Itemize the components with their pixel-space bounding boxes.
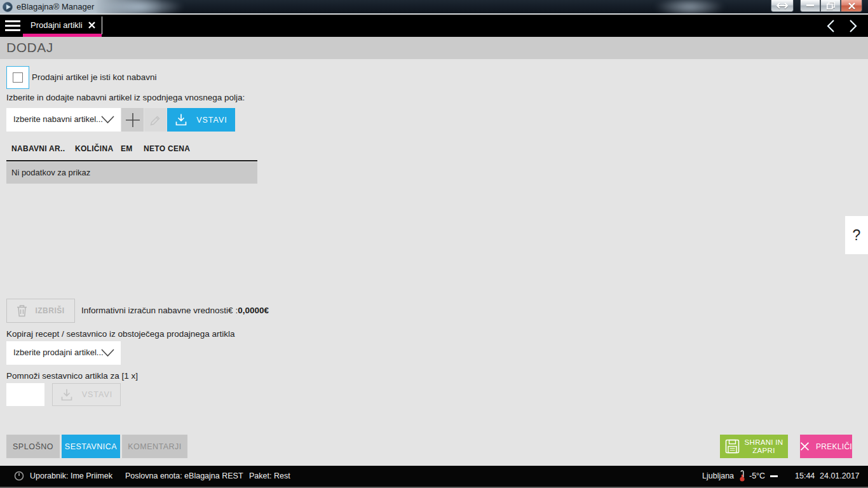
delete-button-label: IZBRIŠI [35, 306, 64, 315]
insert-button-label: VSTAVI [196, 116, 227, 125]
window-restore-button[interactable] [820, 0, 841, 12]
status-business-unit: Poslovna enota: eBlagajna REST [125, 471, 243, 480]
insert-button-label: VSTAVI [82, 390, 113, 399]
column-header-nabavni[interactable]: NABAVNI AR.. [11, 144, 65, 153]
app-logo-icon [3, 2, 13, 12]
column-header-em[interactable]: EM [121, 144, 133, 153]
tab-splosno[interactable]: SPLOŠNO [6, 435, 60, 458]
save-button-label: SHRANI INZAPRI [745, 438, 783, 455]
main-content: Prodajni artikel je isti kot nabavni Izb… [0, 59, 868, 466]
checkbox-label: Prodajni artikel je isti kot nabavni [32, 72, 157, 82]
status-user: Uporabnik: Ime Priimek [30, 471, 112, 480]
app-window: eBlagajna® Manager Pr [0, 0, 868, 488]
informative-calc-label: Informativni izračun nabavne vrednosti€ … [81, 306, 238, 315]
trash-icon [17, 304, 27, 317]
menu-icon[interactable] [5, 20, 20, 31]
plus-icon [125, 112, 140, 128]
checkbox-box [13, 72, 23, 83]
same-as-purchase-checkbox[interactable] [6, 66, 29, 89]
insert-button[interactable]: VSTAVI [167, 108, 235, 132]
power-icon[interactable] [14, 471, 24, 481]
select-placeholder: Izberite prodajni artikel... [13, 348, 104, 357]
save-icon [725, 439, 740, 454]
window-minimize-button[interactable] [800, 0, 820, 12]
sales-article-select[interactable]: Izberite prodajni artikel... [6, 341, 121, 365]
column-header-kolicina[interactable]: KOLIČINA [75, 144, 113, 153]
download-icon [175, 114, 187, 126]
status-date: 24.01.2017 [820, 471, 860, 480]
download-icon [60, 389, 73, 401]
table-empty-row: Ni podatkov za prikaz [6, 162, 257, 184]
close-icon [848, 3, 855, 10]
purchase-picker-hint: Izberite in dodajte nabavni artikel iz s… [6, 93, 245, 102]
chevron-down-icon [101, 116, 114, 124]
status-city: Ljubljana [702, 471, 734, 480]
table-header-divider [6, 160, 257, 161]
titlebar-blur-reflection [95, 0, 184, 14]
restore-icon [827, 2, 835, 10]
insert-multiplied-button[interactable]: VSTAVI [52, 383, 121, 406]
cancel-button-label: PREKLIČI [816, 442, 852, 451]
window-resize-button[interactable] [771, 0, 794, 12]
multiplier-input[interactable] [6, 383, 44, 406]
help-button[interactable]: ? [845, 216, 868, 254]
select-placeholder: Izberite nabavni artikel... [13, 114, 103, 124]
edit-article-button[interactable] [144, 108, 166, 132]
copy-recipe-hint: Kopiraj recept / sestavnico iz obstoječe… [6, 329, 234, 339]
status-bar: Uporabnik: Ime Priimek Poslovna enota: e… [0, 466, 868, 487]
status-package: Paket: Rest [249, 471, 290, 480]
page-title: DODAJ [6, 40, 53, 55]
delete-button[interactable]: IZBRIŠI [6, 299, 75, 323]
question-mark-icon: ? [853, 227, 861, 244]
cancel-button[interactable]: PREKLIČI [800, 435, 852, 458]
tab-close-icon[interactable] [88, 20, 97, 29]
informative-calc-line: Informativni izračun nabavne vrednosti€ … [81, 306, 269, 315]
status-time: 15:44 [795, 471, 815, 480]
purchase-article-select[interactable]: Izberite nabavni artikel... [6, 108, 121, 132]
column-header-neto-cena[interactable]: NETO CENA [144, 144, 190, 153]
table-empty-text: Ni podatkov za prikaz [11, 168, 90, 177]
status-temperature: -5°C [749, 471, 765, 480]
add-article-button[interactable] [121, 108, 144, 132]
multiply-label: Pomnoži sestavnico artikla za [1 x] [6, 371, 138, 381]
pencil-icon [149, 114, 162, 126]
tab-label: Prodajni artikli [31, 20, 83, 30]
resize-arrows-icon [776, 3, 788, 9]
tab-komentarji[interactable]: KOMENTARJI [122, 435, 187, 458]
chevron-right-icon[interactable] [849, 19, 863, 33]
thermometer-icon [739, 470, 745, 482]
chevron-left-icon[interactable] [826, 19, 840, 33]
window-close-button[interactable] [841, 0, 862, 12]
window-title: eBlagajna® Manager [17, 2, 94, 11]
tab-bar: Prodajni artikli [0, 15, 868, 37]
tab-sestavnica[interactable]: SESTAVNICA [62, 435, 120, 458]
minimize-icon [806, 4, 814, 7]
titlebar-blur-reflection [654, 0, 724, 14]
x-icon [800, 442, 810, 451]
informative-calc-value: 0,0000€ [238, 306, 269, 315]
weather-dash-icon [770, 475, 778, 477]
page-header: DODAJ [0, 37, 868, 59]
title-bar: eBlagajna® Manager [0, 0, 868, 14]
chevron-down-icon [101, 349, 114, 357]
tab-separator [102, 17, 102, 34]
save-and-close-button[interactable]: SHRANI INZAPRI [720, 435, 788, 458]
